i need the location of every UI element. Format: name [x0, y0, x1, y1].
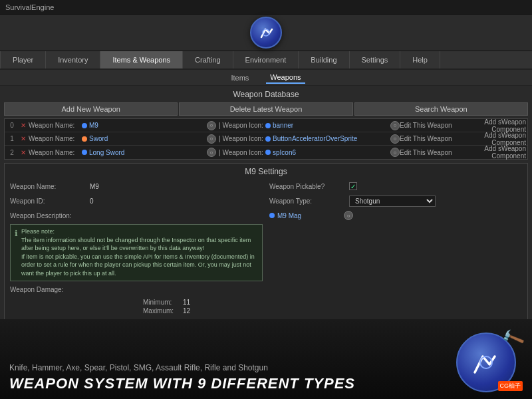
row-num: 1	[6, 135, 18, 142]
weapon-damage-field: Weapon Damage:	[10, 284, 263, 296]
weapon-mag-field: M9 Mag ○	[269, 209, 522, 221]
color-dot	[82, 123, 87, 128]
promo-logo-icon	[468, 344, 505, 381]
add-component-btn[interactable]: Add sWeapon Component	[453, 118, 526, 133]
weapon-icon-label: | Weapon Icon:	[219, 122, 265, 129]
delete-row-btn[interactable]: ✕	[18, 149, 29, 156]
promo-area: Knife, Hammer, Axe, Spear, Pistol, SMG, …	[0, 319, 532, 399]
promo-text: Knife, Hammer, Axe, Spear, Pistol, SMG, …	[9, 363, 456, 392]
app-logo	[250, 17, 282, 49]
weapon-type-label: Weapon Type:	[269, 198, 349, 205]
circle-btn-2[interactable]: ○	[390, 148, 400, 157]
max-val: 12	[183, 307, 203, 315]
nav-tab-items-weapons[interactable]: Items & Weapons	[100, 51, 183, 68]
max-row: Maximum: 12	[10, 307, 263, 315]
circle-btn-1[interactable]: ○	[207, 134, 216, 144]
weapon-icon-label: | Weapon Icon:	[219, 135, 265, 142]
weapon-type-field: Weapon Type: Shotgun Pistol SMG Assault …	[269, 195, 522, 207]
weapon-name-label: Weapon Name:	[29, 135, 82, 142]
delete-row-btn[interactable]: ✕	[18, 135, 29, 142]
weapon-name-val: M9	[82, 122, 207, 129]
main-nav: Player Inventory Items & Weapons Craftin…	[0, 51, 532, 70]
sub-nav: Items Weapons	[0, 70, 532, 86]
info-icon: ℹ	[15, 228, 18, 239]
delete-row-btn[interactable]: ✕	[18, 122, 29, 129]
weapon-damage-label: Weapon Damage:	[10, 286, 90, 293]
weapon-name-field: Weapon Name: M9	[10, 180, 263, 192]
app-title: SurvivalEngine	[5, 3, 54, 11]
weapon-name-val: Sword	[82, 135, 207, 142]
color-dot	[82, 150, 87, 155]
weapon-name-val: Long Sword	[82, 149, 207, 156]
settings-grid: Weapon Name: M9 Weapon ID: 0 Weapon Desc…	[10, 180, 522, 316]
icon-dot	[265, 123, 271, 128]
title-bar: SurvivalEngine	[0, 0, 532, 15]
weapon-name-label: Weapon Name:	[29, 149, 82, 156]
edit-weapon-btn[interactable]: Edit This Weapon	[400, 149, 453, 156]
mag-dot	[269, 213, 275, 218]
max-label: Maximum:	[143, 307, 183, 315]
nav-tab-building[interactable]: Building	[299, 51, 349, 68]
add-weapon-button[interactable]: Add New Weapon	[4, 102, 178, 116]
promo-logo: 🔨 CG柚子	[456, 326, 523, 392]
min-val: 11	[183, 299, 203, 306]
circle-btn-2[interactable]: ○	[390, 134, 400, 144]
pickable-checkbox[interactable]: ✓	[349, 182, 357, 190]
logo-area	[0, 15, 532, 51]
circle-btn-1[interactable]: ○	[207, 148, 216, 157]
weapon-id-label: Weapon ID:	[10, 198, 90, 205]
weapon-desc-label: Weapon Description:	[10, 212, 90, 219]
min-row: Minimum: 11	[10, 299, 263, 306]
weapon-name-field-val: M9	[90, 183, 263, 190]
nav-tab-crafting[interactable]: Crafting	[183, 51, 233, 68]
nav-tab-settings[interactable]: Settings	[350, 51, 401, 68]
sub-tab-weapons[interactable]: Weapons	[266, 72, 305, 84]
content-area: Weapon Database Add New Weapon Delete La…	[0, 86, 532, 338]
weapon-name-field-label: Weapon Name:	[10, 183, 90, 190]
weapon-name-label: Weapon Name:	[29, 122, 82, 129]
info-note: ℹ Please note: The item information shou…	[10, 224, 263, 281]
m9-settings-panel: M9 Settings Weapon Name: M9 Weapon ID: 0…	[4, 163, 528, 320]
weapon-id-field: Weapon ID: 0	[10, 195, 263, 207]
mag-circle-btn[interactable]: ○	[344, 211, 353, 220]
weapon-table: 0 ✕ Weapon Name: M9 ○ | Weapon Icon: ban…	[4, 118, 528, 160]
weapon-type-dropdown[interactable]: Shotgun Pistol SMG Assault Rifle Rifle K…	[349, 196, 436, 207]
circle-btn-2[interactable]: ○	[390, 121, 400, 130]
edit-weapon-btn[interactable]: Edit This Weapon	[400, 135, 453, 142]
weapon-mag-val: M9 Mag	[277, 212, 301, 219]
search-weapon-button[interactable]: Search Weapon	[354, 102, 528, 116]
row-num: 0	[6, 122, 18, 129]
logo-icon	[256, 23, 276, 43]
nav-tab-help[interactable]: Help	[400, 51, 440, 68]
promo-subtitle: Knife, Hammer, Axe, Spear, Pistol, SMG, …	[9, 363, 456, 372]
weapon-id-val: 0	[90, 198, 263, 205]
row-num: 2	[6, 149, 18, 156]
note-text: Please note: The item information should…	[21, 227, 258, 278]
weapon-icon-val: spIcon6	[265, 149, 390, 156]
add-component-btn[interactable]: Add sWeapon Component	[453, 132, 526, 146]
edit-weapon-btn[interactable]: Edit This Weapon	[400, 122, 453, 129]
nav-tab-environment[interactable]: Environment	[233, 51, 299, 68]
settings-right: Weapon Pickable? ✓ Weapon Type: Shotgun …	[269, 180, 522, 316]
nav-tab-player[interactable]: Player	[0, 51, 46, 68]
weapon-db-title: Weapon Database	[4, 90, 528, 99]
settings-title: M9 Settings	[10, 167, 522, 176]
settings-left: Weapon Name: M9 Weapon ID: 0 Weapon Desc…	[10, 180, 263, 316]
weapon-icon-val: ButtonAcceleratorOverSprite	[265, 135, 390, 142]
promo-main-title: WEAPON SYSTEM WITH 9 DIFFERENT TYPES	[9, 375, 456, 392]
icon-dot	[265, 150, 271, 155]
nav-tab-inventory[interactable]: Inventory	[46, 51, 100, 68]
weapon-icon-label: | Weapon Icon:	[219, 149, 265, 156]
weapon-icon-val: banner	[265, 122, 390, 129]
color-dot	[82, 136, 87, 142]
circle-btn-1[interactable]: ○	[207, 121, 216, 130]
table-row: 0 ✕ Weapon Name: M9 ○ | Weapon Icon: ban…	[5, 119, 527, 132]
add-component-btn[interactable]: Add sWeapon Component	[453, 145, 526, 160]
table-row: 2 ✕ Weapon Name: Long Sword ○ | Weapon I…	[5, 146, 527, 159]
delete-weapon-button[interactable]: Delete Latest Weapon	[179, 102, 352, 116]
pickable-label: Weapon Pickable?	[269, 183, 349, 190]
icon-dot	[265, 136, 271, 142]
table-row: 1 ✕ Weapon Name: Sword ○ | Weapon Icon: …	[5, 132, 527, 146]
min-label: Minimum:	[143, 299, 183, 306]
sub-tab-items[interactable]: Items	[227, 72, 253, 83]
